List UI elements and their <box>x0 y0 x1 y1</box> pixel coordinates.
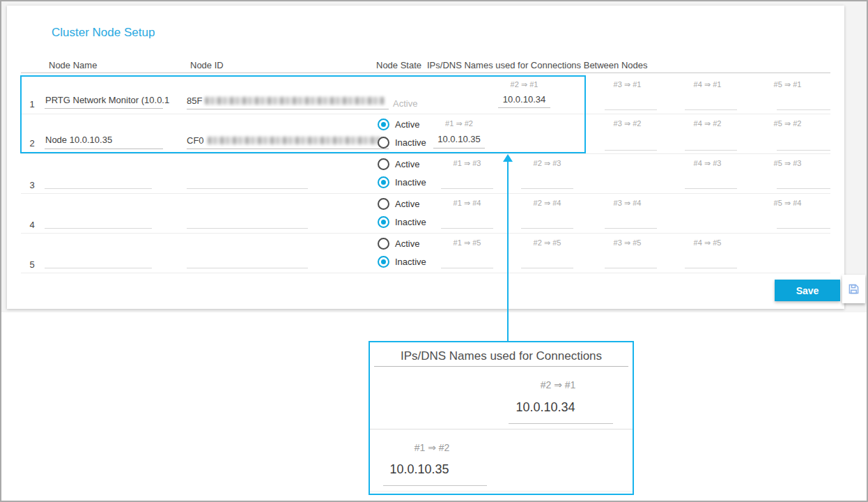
radio-label: Inactive <box>395 137 426 149</box>
connection-ip-input[interactable] <box>777 228 830 229</box>
connection-ip-input[interactable] <box>685 109 737 110</box>
node-name-input[interactable]: Node 10.0.10.35 <box>45 135 112 146</box>
node-id-input[interactable] <box>187 188 308 189</box>
connection-ip-input[interactable] <box>441 228 493 229</box>
radio-active[interactable]: Active <box>378 158 419 170</box>
connection-label-5-to-3: #5 ⇒ #3 <box>747 159 828 168</box>
connection-label-4-to-2: #4 ⇒ #2 <box>667 119 747 128</box>
radio-unselected-icon <box>378 158 389 170</box>
node-id-input[interactable]: CF0 <box>187 135 204 146</box>
connection-ip-input[interactable] <box>685 188 737 189</box>
connection-ip-input[interactable] <box>441 188 493 189</box>
connection-ip-input[interactable] <box>605 228 657 229</box>
row-number: 3 <box>26 180 38 191</box>
node-id-redacted-blur <box>205 97 385 105</box>
connection-ip-input[interactable] <box>521 268 573 268</box>
column-header-node-name: Node Name <box>49 60 97 71</box>
callout-section-divider <box>370 429 633 429</box>
table-row-5: 5 Active Inactive #1 ⇒ #5 #2 ⇒ #5 #3 ⇒ #… <box>1 233 868 273</box>
connection-ip-input[interactable] <box>441 268 493 268</box>
radio-inactive[interactable]: Inactive <box>378 176 426 188</box>
callout-input-underline <box>383 485 487 486</box>
radio-inactive[interactable]: Inactive <box>378 137 426 149</box>
radio-selected-icon <box>378 176 389 188</box>
node-name-input[interactable] <box>45 188 152 189</box>
connection-ip-input[interactable] <box>605 109 657 110</box>
table-row-3: 3 Active Inactive #1 ⇒ #3 #2 ⇒ #3 #4 ⇒ #… <box>1 153 868 193</box>
connection-ip-input[interactable] <box>605 150 657 151</box>
callout-bottom-divider <box>370 491 633 492</box>
connection-label-3-to-1: #3 ⇒ #1 <box>587 80 667 89</box>
radio-label: Active <box>395 238 419 250</box>
table-row-2: 2 Node 10.0.10.35 CF0 Active Inactive #1… <box>1 114 868 154</box>
connection-label-2-to-1: #2 ⇒ #1 <box>498 80 550 89</box>
connection-ip-input[interactable] <box>685 268 737 268</box>
row-number: 5 <box>26 259 38 271</box>
connection-label-2-to-4: #2 ⇒ #4 <box>507 199 587 208</box>
connection-ip-input[interactable]: 10.0.10.35 <box>433 134 485 145</box>
connection-ip-input[interactable] <box>685 150 737 151</box>
node-id-underline <box>187 109 389 109</box>
connection-ip-input[interactable] <box>605 268 657 268</box>
connection-ip-input[interactable] <box>777 150 830 151</box>
connection-ip-input[interactable]: 10.0.10.34 <box>498 94 550 105</box>
radio-active[interactable]: Active <box>378 119 419 130</box>
connection-label-5-to-1: #5 ⇒ #1 <box>747 80 828 89</box>
connection-label-1-to-4: #1 ⇒ #4 <box>427 199 507 208</box>
radio-label: Active <box>395 119 419 130</box>
row-number: 2 <box>26 138 38 149</box>
node-name-underline <box>45 149 163 149</box>
save-button[interactable]: Save <box>775 280 840 301</box>
header-divider <box>21 73 830 73</box>
column-header-node-id: Node ID <box>190 60 224 71</box>
radio-selected-icon <box>378 256 389 268</box>
connection-label-4-to-1: #4 ⇒ #1 <box>667 80 747 89</box>
node-name-input[interactable]: PRTG Network Monitor (10.0.1 <box>45 95 169 106</box>
page-title: Cluster Node Setup <box>52 26 155 40</box>
connection-label-2-to-3: #2 ⇒ #3 <box>507 159 587 168</box>
connection-input-underline <box>433 148 485 149</box>
radio-inactive[interactable]: Inactive <box>378 256 426 268</box>
connection-ip-input[interactable] <box>521 188 573 189</box>
callout-title-divider <box>374 366 628 367</box>
radio-label: Inactive <box>395 257 426 268</box>
radio-active[interactable]: Active <box>378 198 419 210</box>
connection-ip-input[interactable] <box>777 188 830 189</box>
table-row-1: 1 PRTG Network Monitor (10.0.1 85F Activ… <box>1 76 868 116</box>
column-header-node-state: Node State <box>376 60 421 71</box>
radio-selected-icon <box>378 216 389 228</box>
callout-connection-label: #1 ⇒ #2 <box>376 442 488 453</box>
node-id-redacted-blur <box>208 137 383 144</box>
table-row-4: 4 Active Inactive #1 ⇒ #4 #2 ⇒ #4 #3 ⇒ #… <box>1 193 868 233</box>
connection-ip-input[interactable] <box>521 228 573 229</box>
node-id-underline <box>187 149 389 149</box>
connection-label-4-to-3: #4 ⇒ #3 <box>667 159 747 168</box>
row-number: 4 <box>26 220 38 231</box>
callout-ip-value: 10.0.10.34 <box>469 400 622 415</box>
radio-label: Inactive <box>395 217 426 228</box>
radio-inactive[interactable]: Inactive <box>378 216 426 228</box>
callout-input-underline <box>509 423 613 424</box>
connection-label-1-to-3: #1 ⇒ #3 <box>427 159 507 168</box>
node-name-input[interactable] <box>45 268 152 268</box>
radio-selected-icon <box>378 119 389 130</box>
callout-box: IPs/DNS Names used for Connections #2 ⇒ … <box>369 341 634 495</box>
row-divider <box>21 273 830 273</box>
column-header-connections: IPs/DNS Names used for Connections Betwe… <box>427 60 648 71</box>
radio-unselected-icon <box>378 198 389 210</box>
node-name-underline <box>45 108 163 109</box>
node-id-input[interactable] <box>187 228 308 229</box>
save-icon-panel[interactable] <box>842 275 865 303</box>
radio-unselected-icon <box>378 238 389 250</box>
node-name-input[interactable] <box>45 228 152 229</box>
node-id-input[interactable] <box>187 268 308 268</box>
connection-label-5-to-2: #5 ⇒ #2 <box>747 119 828 128</box>
connection-label-4-to-5: #4 ⇒ #5 <box>667 238 747 248</box>
row-number: 1 <box>26 99 38 110</box>
radio-active[interactable]: Active <box>378 238 419 250</box>
connection-ip-input[interactable] <box>777 109 830 110</box>
connection-input-underline <box>498 107 550 108</box>
screenshot-frame: Cluster Node Setup Node Name Node ID Nod… <box>0 0 868 502</box>
radio-unselected-icon <box>378 137 389 149</box>
node-id-input[interactable]: 85F <box>187 96 202 107</box>
